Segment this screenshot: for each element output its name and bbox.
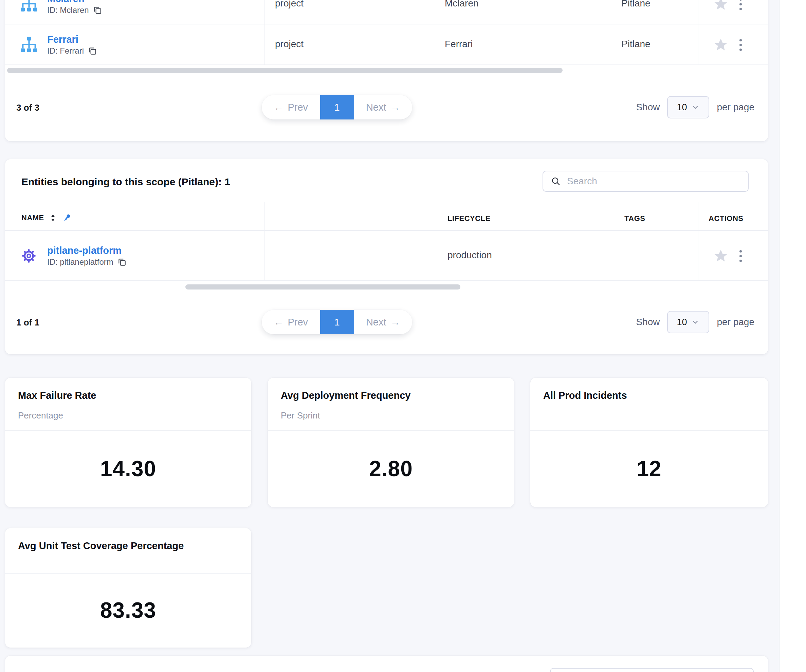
column-header-tags: TAGS — [624, 214, 645, 223]
metric-title: Avg Deployment Frequency — [281, 390, 410, 401]
row-actions — [713, 25, 744, 65]
per-page-label: per page — [717, 102, 755, 113]
page-size-control: Show 10 per page — [636, 95, 755, 119]
cell-kind: project — [275, 39, 304, 50]
chevron-down-icon — [691, 103, 700, 112]
show-label: Show — [636, 317, 660, 327]
kebab-menu-icon[interactable] — [737, 37, 744, 53]
cell-team: Ferrari — [445, 39, 472, 50]
metric-subtitle: Percentage — [18, 410, 63, 421]
metric-value: 12 — [637, 456, 661, 481]
row-divider — [5, 280, 768, 281]
page-size-select[interactable]: 10 — [667, 311, 709, 333]
sort-icon[interactable] — [50, 214, 56, 222]
table-row: pitlane-platform ID: pitlaneplatform pro… — [5, 231, 768, 281]
table-row: Mclaren ID: Mclaren project Mclaren Pitl… — [5, 0, 768, 25]
star-icon[interactable] — [713, 0, 728, 12]
metric-value: 83.33 — [100, 598, 156, 623]
metric-value: 14.30 — [100, 456, 156, 481]
page-size-control: Show 10 per page — [636, 310, 755, 334]
entity-cell: Ferrari ID: Ferrari — [5, 25, 264, 65]
show-label: Show — [636, 102, 660, 113]
column-header-lifecycle: LIFECYCLE — [448, 214, 491, 223]
entity-link[interactable]: Ferrari — [47, 33, 97, 46]
chevron-down-icon — [691, 318, 700, 327]
cell-lifecycle: production — [448, 250, 492, 261]
horizontal-scrollbar[interactable] — [7, 68, 563, 73]
pin-icon[interactable] — [62, 213, 72, 223]
next-section-card — [5, 656, 768, 672]
metric-title: Avg Unit Test Coverage Percentage — [18, 540, 184, 551]
copy-icon[interactable] — [117, 258, 126, 266]
pagination: ←Prev 1 Next→ — [262, 310, 412, 334]
gear-icon — [20, 247, 38, 265]
entity-id: ID: Mclaren — [47, 5, 102, 16]
entity-cell: Mclaren ID: Mclaren — [5, 0, 264, 25]
prev-button[interactable]: ←Prev — [262, 95, 320, 119]
star-icon[interactable] — [713, 37, 728, 53]
column-header-actions: ACTIONS — [709, 214, 743, 223]
per-page-label: per page — [717, 317, 755, 327]
page-size-select[interactable]: 10 — [667, 96, 709, 119]
horizontal-scrollbar[interactable] — [185, 284, 460, 289]
section-title: Entities belonging to this scope (Pitlan… — [21, 176, 230, 188]
metric-card-avg-unit-test-coverage: Avg Unit Test Coverage Percentage 83.33 — [5, 528, 251, 647]
arrow-left-icon: ← — [274, 317, 284, 328]
metric-value: 2.80 — [369, 456, 413, 481]
right-scroll-gutter[interactable] — [779, 0, 806, 672]
kebab-menu-icon[interactable] — [737, 0, 744, 12]
metric-card-all-prod-incidents: All Prod Incidents 12 — [530, 378, 768, 507]
search-box — [550, 668, 754, 672]
scope-entities-card: Entities belonging to this scope (Pitlan… — [5, 159, 768, 354]
page: Mclaren ID: Mclaren project Mclaren Pitl… — [0, 0, 806, 672]
pagination: ←Prev 1 Next→ — [262, 95, 412, 119]
next-button[interactable]: Next→ — [354, 310, 413, 334]
metric-title: Max Failure Rate — [18, 390, 96, 401]
cell-scope: Pitlane — [621, 0, 651, 9]
kebab-menu-icon[interactable] — [737, 248, 744, 264]
arrow-left-icon: ← — [274, 102, 284, 113]
copy-icon[interactable] — [93, 6, 102, 15]
cell-team: Mclaren — [445, 0, 479, 9]
star-icon[interactable] — [713, 248, 728, 264]
entity-id: ID: pitlaneplatform — [47, 257, 126, 267]
metric-subtitle: Per Sprint — [281, 410, 320, 421]
search-input[interactable] — [566, 175, 740, 187]
page-number-button[interactable]: 1 — [320, 310, 354, 334]
prev-button[interactable]: ←Prev — [262, 310, 320, 334]
metric-card-max-failure-rate: Max Failure Rate Percentage 14.30 — [5, 378, 251, 507]
search-box — [543, 171, 749, 192]
row-actions — [713, 231, 744, 281]
metric-title: All Prod Incidents — [543, 390, 627, 401]
sitemap-icon — [20, 0, 38, 13]
table-row: Ferrari ID: Ferrari project Ferrari Pitl… — [5, 25, 768, 65]
arrow-right-icon: → — [390, 317, 400, 328]
copy-icon[interactable] — [88, 46, 97, 55]
row-divider — [5, 64, 768, 65]
arrow-right-icon: → — [390, 102, 400, 113]
row-count: 3 of 3 — [16, 102, 40, 113]
row-count: 1 of 1 — [16, 317, 40, 328]
cell-kind: project — [275, 0, 304, 9]
next-button[interactable]: Next→ — [354, 95, 413, 119]
entity-id: ID: Ferrari — [47, 46, 97, 56]
row-actions — [713, 0, 744, 25]
page-number-button[interactable]: 1 — [320, 95, 354, 119]
entity-cell: pitlane-platform ID: pitlaneplatform — [5, 231, 264, 281]
search-icon — [551, 176, 561, 187]
entity-link[interactable]: Mclaren — [47, 0, 102, 5]
metric-card-avg-deployment-frequency: Avg Deployment Frequency Per Sprint 2.80 — [268, 378, 514, 507]
entity-link[interactable]: pitlane-platform — [47, 244, 126, 257]
column-header-name[interactable]: NAME — [21, 213, 72, 223]
sitemap-icon — [20, 36, 38, 54]
scopes-table-card: Mclaren ID: Mclaren project Mclaren Pitl… — [5, 0, 768, 141]
cell-scope: Pitlane — [621, 39, 651, 50]
